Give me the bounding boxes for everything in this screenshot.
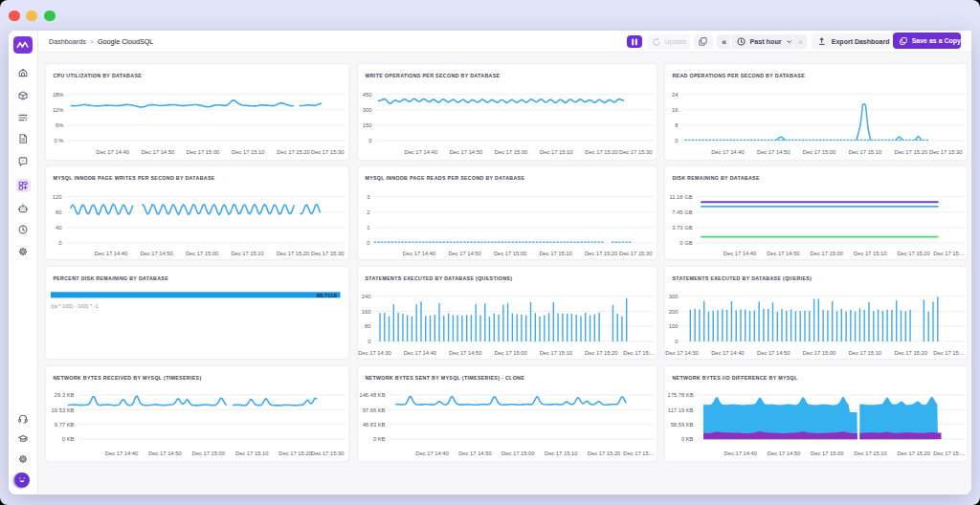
svg-text:Dec 17 14:30: Dec 17 14:30	[665, 350, 698, 356]
svg-text:Dec 17 15:...: Dec 17 15:...	[933, 350, 965, 356]
svg-text:300: 300	[669, 294, 679, 299]
svg-text:((a * 100) - 100) * -1: ((a * 100) - 100) * -1	[51, 303, 99, 309]
svg-text:Dec 17 15:10: Dec 17 15:10	[231, 251, 263, 256]
svg-text:Dec 17 15:00: Dec 17 15:00	[495, 149, 527, 155]
svg-text:Dec 17 14:50: Dec 17 14:50	[448, 251, 480, 256]
svg-text:0 KB: 0 KB	[373, 437, 386, 443]
svg-text:CPU UTILIZATION BY DATABASE: CPU UTILIZATION BY DATABASE	[53, 73, 142, 78]
svg-text:Dec 17 15:20: Dec 17 15:20	[898, 450, 930, 456]
svg-text:Dec 17 15:30: Dec 17 15:30	[311, 251, 344, 256]
svg-text:0: 0	[675, 339, 678, 344]
svg-text:Dec 17 14:40: Dec 17 14:40	[404, 350, 436, 356]
svg-text:100: 100	[669, 324, 679, 330]
svg-text:READ OPERATIONS PER SECOND BY: READ OPERATIONS PER SECOND BY DATABASE	[672, 73, 805, 78]
svg-text:12%: 12%	[53, 107, 64, 113]
svg-text:Dec 17 15:20: Dec 17 15:20	[585, 350, 617, 356]
svg-text:Dec 17 14:50: Dec 17 14:50	[450, 149, 482, 155]
svg-text:Dec 17 14:40: Dec 17 14:40	[711, 350, 744, 356]
svg-text:80: 80	[365, 324, 370, 330]
svg-text:Dec 17 14:40: Dec 17 14:40	[404, 149, 436, 155]
svg-text:Dec 17 15:10: Dec 17 15:10	[545, 450, 577, 456]
svg-text:8: 8	[675, 122, 678, 128]
svg-text:Dec 17 15:10: Dec 17 15:10	[540, 350, 572, 356]
svg-text:Dec 17 14:50: Dec 17 14:50	[767, 251, 799, 256]
svg-text:Dec 17 15:30: Dec 17 15:30	[311, 149, 344, 155]
svg-text:Dec 17 15:20: Dec 17 15:20	[277, 149, 309, 155]
svg-text:Dec 17 14:40: Dec 17 14:40	[96, 149, 128, 155]
svg-text:Dec 17 15:10: Dec 17 15:10	[235, 450, 268, 456]
svg-text:0 %: 0 %	[55, 138, 64, 143]
svg-text:Dec 17 15:00: Dec 17 15:00	[192, 450, 225, 456]
svg-text:Dec 17 15:00: Dec 17 15:00	[803, 149, 835, 155]
svg-text:Dec 17 15:00: Dec 17 15:00	[501, 450, 534, 456]
svg-text:Dec 17 15:00: Dec 17 15:00	[494, 251, 526, 256]
svg-text:0 GB: 0 GB	[679, 240, 692, 246]
svg-text:0: 0	[368, 138, 371, 143]
svg-text:Dec 17 15:00: Dec 17 15:00	[803, 350, 835, 356]
svg-text:Dec 17 15:20: Dec 17 15:20	[278, 450, 311, 456]
svg-text:300: 300	[363, 107, 372, 113]
svg-text:Dec 17 15:20: Dec 17 15:20	[894, 350, 926, 356]
svg-text:0: 0	[675, 138, 678, 143]
svg-text:450: 450	[363, 92, 372, 98]
svg-text:Dec 17 15:...: Dec 17 15:...	[623, 350, 655, 356]
svg-text:1: 1	[367, 225, 369, 231]
svg-text:Dec 17 15:10: Dec 17 15:10	[540, 149, 572, 155]
svg-text:0: 0	[368, 339, 370, 344]
svg-text:24: 24	[672, 92, 679, 98]
svg-text:16: 16	[672, 107, 678, 113]
svg-text:Dec 17 14:50: Dec 17 14:50	[140, 251, 172, 256]
svg-text:Dec 17 14:40: Dec 17 14:40	[95, 251, 127, 256]
svg-text:NETWORK BYTES SENT BY MYSQL (T: NETWORK BYTES SENT BY MYSQL (TIMESERIES)…	[365, 376, 524, 382]
svg-text:Dec 17 15:...: Dec 17 15:...	[623, 450, 655, 456]
svg-text:Dec 17 14:40: Dec 17 14:40	[105, 450, 138, 456]
svg-text:Dec 17 15:...: Dec 17 15:...	[933, 450, 965, 456]
svg-text:29.3 KB: 29.3 KB	[55, 393, 75, 399]
svg-text:150: 150	[363, 122, 372, 128]
svg-text:STATEMENTS EXECUTED BY DATABAS: STATEMENTS EXECUTED BY DATABASE (QUESTIO…	[365, 275, 512, 281]
svg-text:Dec 17 14:50: Dec 17 14:50	[449, 350, 481, 356]
svg-text:9.77 KB: 9.77 KB	[55, 422, 75, 428]
svg-text:0: 0	[367, 240, 369, 246]
svg-text:Dec 17 14:50: Dec 17 14:50	[757, 149, 790, 155]
svg-text:Dec 17 14:30: Dec 17 14:30	[358, 350, 390, 356]
svg-text:Dec 17 14:50: Dec 17 14:50	[148, 450, 181, 456]
svg-text:Dec 17 14:40: Dec 17 14:40	[711, 149, 744, 155]
svg-text:NETWORK BYTES I/O DIFFERENCE B: NETWORK BYTES I/O DIFFERENCE BY MYSQL	[672, 376, 798, 382]
svg-text:Dec 17 15:20: Dec 17 15:20	[894, 149, 926, 155]
svg-text:2: 2	[367, 209, 369, 215]
svg-text:Dec 17 15:10: Dec 17 15:10	[849, 350, 881, 356]
svg-text:0: 0	[58, 240, 61, 246]
svg-text:Dec 17 14:50: Dec 17 14:50	[757, 350, 790, 356]
svg-text:0 KB: 0 KB	[62, 437, 75, 443]
svg-text:NETWORK BYTES RECEIVED BY MYSQ: NETWORK BYTES RECEIVED BY MYSQL (TIMESER…	[53, 376, 201, 382]
svg-text:88.7118: 88.7118	[317, 293, 338, 298]
svg-text:7.45 GB: 7.45 GB	[672, 209, 692, 215]
svg-text:146.48 KB: 146.48 KB	[359, 393, 385, 399]
svg-text:Dec 17 15:30: Dec 17 15:30	[619, 251, 652, 256]
svg-text:40: 40	[56, 225, 61, 231]
svg-text:Dec 17 14:40: Dec 17 14:40	[724, 251, 756, 256]
svg-text:11.18 GB: 11.18 GB	[670, 194, 693, 200]
svg-text:48.83 KB: 48.83 KB	[363, 422, 386, 428]
svg-text:80: 80	[56, 209, 61, 215]
svg-text:175.78 KB: 175.78 KB	[667, 393, 693, 399]
svg-text:Dec 17 15:10: Dec 17 15:10	[232, 149, 264, 155]
svg-text:Dec 17 15:00: Dec 17 15:00	[811, 251, 843, 256]
svg-text:6%: 6%	[56, 122, 63, 128]
svg-text:MYSQL INNODB PAGE READS PER SE: MYSQL INNODB PAGE READS PER SECOND BY DA…	[365, 175, 524, 181]
svg-text:Dec 17 15:00: Dec 17 15:00	[494, 350, 526, 356]
svg-text:Dec 17 15:20: Dec 17 15:20	[588, 450, 620, 456]
svg-text:Dec 17 15:20: Dec 17 15:20	[897, 251, 929, 256]
svg-text:Dec 17 15:10: Dec 17 15:10	[539, 251, 571, 256]
svg-text:Dec 17 15:30: Dec 17 15:30	[929, 149, 962, 155]
svg-text:Dec 17 14:50: Dec 17 14:50	[458, 450, 491, 456]
svg-text:STATEMENTS EXECUTED BY DATABAS: STATEMENTS EXECUTED BY DATABASE (QUERIES…	[672, 275, 812, 281]
svg-text:120: 120	[53, 194, 62, 200]
svg-text:Dec 17 15:20: Dec 17 15:20	[585, 251, 617, 256]
svg-text:Dec 17 15:00: Dec 17 15:00	[187, 149, 219, 155]
svg-text:3: 3	[367, 194, 369, 200]
svg-text:160: 160	[362, 309, 371, 315]
svg-text:117.19 KB: 117.19 KB	[668, 407, 694, 413]
svg-text:Dec 17 14:50: Dec 17 14:50	[768, 450, 800, 456]
